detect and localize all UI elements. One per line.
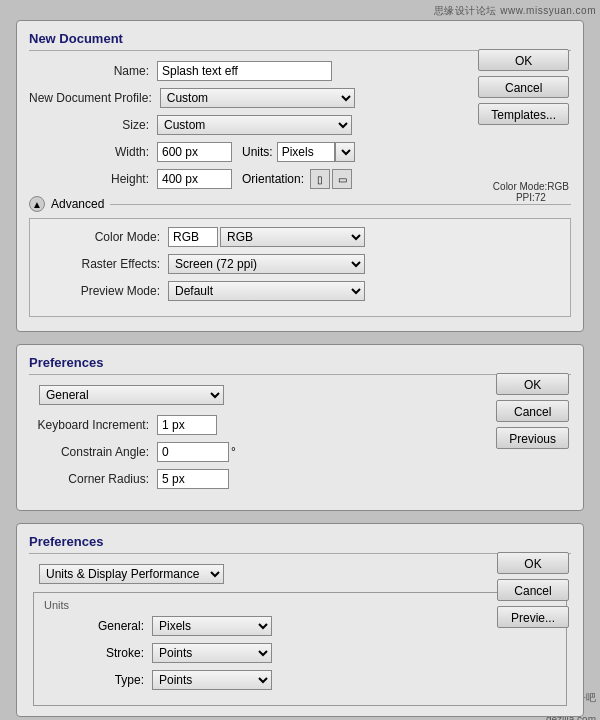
new-document-dialog: New Document OK Cancel Templates... Colo… bbox=[16, 20, 584, 332]
corner-row: Corner Radius: bbox=[29, 469, 571, 489]
stroke-row: Stroke: Points Pixels bbox=[44, 643, 556, 663]
stroke-label: Stroke: bbox=[44, 646, 144, 660]
color-mode-line2: PPI:72 bbox=[493, 192, 569, 203]
size-label: Size: bbox=[29, 118, 149, 132]
pref2-ok-button[interactable]: OK bbox=[497, 552, 569, 574]
preferences-1-title: Preferences bbox=[29, 355, 571, 375]
units-general-row: General: Pixels Inches Cm bbox=[44, 616, 556, 636]
profile-select[interactable]: Custom bbox=[160, 88, 355, 108]
units-fieldgroup: Units General: Pixels Inches Cm Stroke: … bbox=[33, 592, 567, 706]
units-select[interactable]: ▼ bbox=[335, 142, 355, 162]
templates-button[interactable]: Templates... bbox=[478, 103, 569, 125]
corner-label: Corner Radius: bbox=[29, 472, 149, 486]
preview-select[interactable]: Default Pixel Preview bbox=[168, 281, 365, 301]
constrain-input[interactable] bbox=[157, 442, 229, 462]
portrait-button[interactable]: ▯ bbox=[310, 169, 330, 189]
constrain-label: Constrain Angle: bbox=[29, 445, 149, 459]
advanced-arrow: ▲ bbox=[29, 196, 45, 212]
keyboard-label: Keyboard Increment: bbox=[29, 418, 149, 432]
pref1-ok-button[interactable]: OK bbox=[496, 373, 569, 395]
type-label: Type: bbox=[44, 673, 144, 687]
units-group-label: Units bbox=[44, 599, 556, 611]
pref2-previous-button[interactable]: Previe... bbox=[497, 606, 569, 628]
orientation-label: Orientation: bbox=[242, 172, 304, 186]
landscape-button[interactable]: ▭ bbox=[332, 169, 352, 189]
color-mode-row: Color Mode: RGB CMYK bbox=[40, 227, 560, 247]
preferences-dialog-2: Preferences OK Cancel Previe... Units & … bbox=[16, 523, 584, 717]
preview-row: Preview Mode: Default Pixel Preview bbox=[40, 281, 560, 301]
color-mode-label: Color Mode: bbox=[40, 230, 160, 244]
raster-row: Raster Effects: Screen (72 ppi) Medium (… bbox=[40, 254, 560, 274]
advanced-section: Color Mode: RGB CMYK Raster Effects: Scr… bbox=[29, 218, 571, 317]
pref2-category-row: Units & Display Performance bbox=[29, 564, 571, 584]
preferences-dialog-1: Preferences OK Cancel Previous General K… bbox=[16, 344, 584, 511]
raster-select[interactable]: Screen (72 ppi) Medium (150 ppi) High (3… bbox=[168, 254, 365, 274]
corner-input[interactable] bbox=[157, 469, 229, 489]
name-input[interactable] bbox=[157, 61, 332, 81]
preferences-2-title: Preferences bbox=[29, 534, 571, 554]
width-input[interactable] bbox=[157, 142, 232, 162]
keyboard-row: Keyboard Increment: bbox=[29, 415, 571, 435]
watermark-top: 思缘设计论坛 www.missyuan.com bbox=[434, 4, 596, 18]
pref1-category-select[interactable]: General bbox=[39, 385, 224, 405]
pref1-buttons: OK Cancel Previous bbox=[496, 373, 569, 449]
stroke-select[interactable]: Points Pixels bbox=[152, 643, 272, 663]
new-document-title: New Document bbox=[29, 31, 571, 51]
pref1-previous-button[interactable]: Previous bbox=[496, 427, 569, 449]
height-label: Height: bbox=[29, 172, 149, 186]
advanced-label: Advanced bbox=[51, 197, 104, 211]
width-row: Width: Units: ▼ bbox=[29, 142, 571, 162]
units-label: Units: bbox=[242, 145, 273, 159]
preview-label: Preview Mode: bbox=[40, 284, 160, 298]
cancel-button[interactable]: Cancel bbox=[478, 76, 569, 98]
units-general-select[interactable]: Pixels Inches Cm bbox=[152, 616, 272, 636]
pref1-general-row: General bbox=[29, 385, 571, 405]
constrain-row: Constrain Angle: ° bbox=[29, 442, 571, 462]
keyboard-input[interactable] bbox=[157, 415, 217, 435]
new-document-buttons: OK Cancel Templates... bbox=[478, 49, 569, 125]
pref2-category-select[interactable]: Units & Display Performance bbox=[39, 564, 224, 584]
name-label: Name: bbox=[29, 64, 149, 78]
color-mode-select[interactable]: RGB CMYK bbox=[220, 227, 365, 247]
ok-button[interactable]: OK bbox=[478, 49, 569, 71]
pref1-cancel-button[interactable]: Cancel bbox=[496, 400, 569, 422]
color-mode-input[interactable] bbox=[168, 227, 218, 247]
height-input[interactable] bbox=[157, 169, 232, 189]
degree-symbol: ° bbox=[231, 445, 236, 459]
units-general-label: General: bbox=[44, 619, 144, 633]
pref2-cancel-button[interactable]: Cancel bbox=[497, 579, 569, 601]
raster-label: Raster Effects: bbox=[40, 257, 160, 271]
color-mode-line1: Color Mode:RGB bbox=[493, 181, 569, 192]
type-select[interactable]: Points Pixels bbox=[152, 670, 272, 690]
advanced-toggle[interactable]: ▲ Advanced bbox=[29, 196, 571, 212]
size-select[interactable]: Custom bbox=[157, 115, 352, 135]
width-label: Width: bbox=[29, 145, 149, 159]
color-mode-info: Color Mode:RGB PPI:72 bbox=[493, 181, 569, 203]
type-row: Type: Points Pixels bbox=[44, 670, 556, 690]
profile-label: New Document Profile: bbox=[29, 91, 152, 105]
height-row: Height: Orientation: ▯ ▭ bbox=[29, 169, 571, 189]
units-input[interactable] bbox=[277, 142, 335, 162]
pref2-buttons: OK Cancel Previe... bbox=[497, 552, 569, 628]
